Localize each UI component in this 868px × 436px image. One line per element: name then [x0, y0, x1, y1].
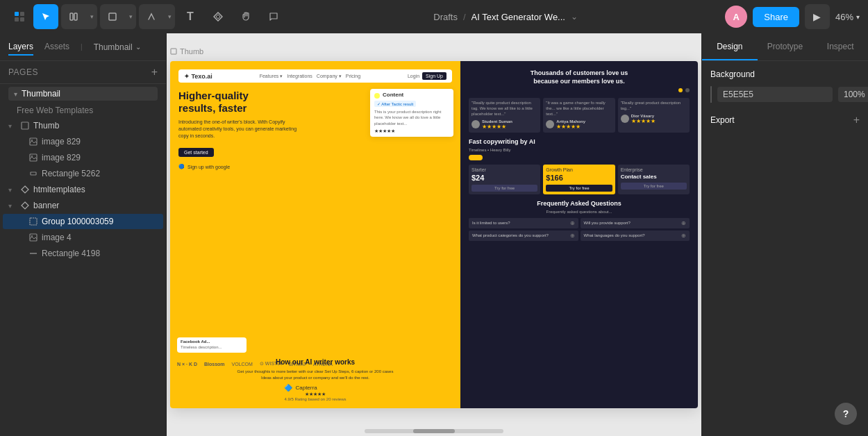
faq-section: Frequently Asked Questions Frequently as… [469, 200, 690, 241]
breadcrumb-drafts[interactable]: Drafts [433, 12, 458, 22]
faq-q2: Will you provide support? [584, 221, 631, 225]
pricing-growth-label: Growth Plan [546, 167, 612, 172]
nav-link-integrations: Integrations [287, 74, 312, 79]
facebook-card-title: Facebook Ad... [181, 339, 243, 344]
svg-rect-17 [171, 49, 176, 54]
testimonial-1-name: Student Suman [482, 119, 512, 124]
layer-group[interactable]: Group 1000003059 [3, 214, 163, 229]
page-item-free-templates[interactable]: Free Web Templates [0, 103, 166, 117]
layer-image-4-label: image 4 [42, 233, 72, 242]
background-label: Background [710, 69, 755, 79]
hand-tool-button[interactable] [233, 4, 258, 29]
breadcrumb-current[interactable]: AI Text Generator We... [471, 12, 565, 22]
pen-tool-chevron[interactable]: ▾ [164, 4, 175, 29]
frame-tool-button[interactable] [61, 4, 86, 29]
layer-image-829-1[interactable]: image 829 [3, 134, 163, 149]
nav-link-pricing: Pricing [346, 74, 360, 79]
zoom-label: 46% [835, 12, 853, 22]
shape-tool-button[interactable] [100, 4, 125, 29]
layer-rect-5262[interactable]: Rectangle 5262 [3, 166, 163, 181]
pricing-growth-cta: Try for free [546, 185, 612, 192]
page-expand-icon: ▾ [14, 90, 17, 98]
text-tool-button[interactable]: T [178, 4, 203, 29]
svg-rect-6 [109, 13, 116, 20]
fill-opacity-input[interactable] [838, 87, 868, 102]
assets-tab[interactable]: Assets [44, 39, 69, 56]
toolbar-left: ▾ ▾ ▾ T [8, 4, 286, 29]
frame-tool-chevron[interactable]: ▾ [86, 4, 97, 29]
add-page-button[interactable]: + [151, 67, 158, 78]
breadcrumb: Drafts / AI Text Generator We... ⌄ [433, 12, 578, 22]
layer-thumb[interactable]: ▾ Thumb [3, 118, 163, 133]
layer-htmltemplates[interactable]: ▾ htmltemplates [3, 182, 163, 197]
fill-swatch[interactable] [710, 86, 712, 103]
inspect-tab[interactable]: Inspect [812, 33, 868, 60]
hero-cta-btn: Get started [178, 148, 214, 157]
share-button[interactable]: Share [753, 7, 799, 27]
faq-grid: Is it limited to users? ⊕ Will you provi… [469, 218, 690, 241]
thumbnail-tab-label: Thumbnail [94, 42, 133, 52]
export-add-button[interactable]: + [853, 114, 860, 126]
select-tool-button[interactable] [33, 4, 58, 29]
layer-banner[interactable]: ▾ banner [3, 198, 163, 213]
frame-label: Thumb [170, 47, 203, 56]
canvas-area[interactable]: Thumb ✦ Texo.ai Features ▾ Integrations … [167, 33, 701, 436]
project-chevron-icon[interactable]: ⌄ [571, 12, 578, 22]
capterra-reviews: 4.9/5 Rating based on 20 reviews [284, 397, 346, 401]
site-right-section: Thousands of customers love usbecause ou… [460, 61, 698, 408]
rect-icon [29, 169, 37, 178]
group-icon [29, 217, 37, 226]
pricing-growth-price: $166 [546, 174, 612, 182]
canvas-scrollbar[interactable] [365, 429, 503, 433]
layer-banner-expand: ▾ [8, 202, 17, 210]
left-panel: Layers Assets | Thumbnail ⌄ Pages + ▾ Th… [0, 33, 167, 436]
faq-item-3: What product categories do you support? … [469, 230, 578, 241]
thumbnail-panel-tab[interactable]: Thumbnail ⌄ [94, 42, 141, 52]
right-panel: Design Prototype Inspect Background [701, 33, 868, 436]
play-button[interactable]: ▶ [805, 4, 830, 29]
component-tool-button[interactable] [206, 4, 231, 29]
zoom-control[interactable]: 46% ▾ [835, 12, 860, 22]
zoom-chevron-icon: ▾ [856, 13, 860, 21]
thumbnail-chevron-icon: ⌄ [135, 43, 141, 51]
faq-q3-icon: ⊕ [570, 233, 575, 239]
layer-image-829-2[interactable]: image 829 [3, 150, 163, 165]
svg-rect-5 [74, 13, 77, 20]
toolbar: ▾ ▾ ▾ T [0, 0, 868, 33]
main-area: Layers Assets | Thumbnail ⌄ Pages + ▾ Th… [0, 33, 868, 436]
fill-hex-input[interactable] [717, 87, 833, 102]
layer-rect-4198-label: Rectangle 4198 [42, 249, 100, 258]
background-section-header: Background [710, 69, 860, 79]
card-title: Content [383, 92, 403, 98]
pricing-starter-cta: Try for free [471, 185, 537, 192]
capterra-label: Capterra [295, 385, 317, 391]
canvas-scrollbar-thumb [413, 429, 455, 433]
faq-q3: What product categories do you support? [472, 233, 549, 237]
layer-image-4[interactable]: image 4 [3, 230, 163, 245]
layers-tab[interactable]: Layers [8, 39, 33, 56]
pen-tool-button[interactable] [139, 4, 164, 29]
avatar[interactable]: A [725, 6, 747, 28]
layer-thumb-label: Thumb [33, 121, 59, 131]
layer-htmltemplates-label: htmltemplates [33, 185, 85, 194]
layers-list: ▾ Thumb image 829 image 829 Rectangle 5 [0, 117, 166, 436]
layer-group-label: Group 1000003059 [42, 217, 113, 226]
facebook-card: Facebook Ad... Timeless description... [177, 337, 247, 353]
app-menu-button[interactable] [8, 6, 31, 28]
comment-tool-button[interactable] [261, 4, 286, 29]
faq-item-4: What languages do you support? ⊕ [581, 230, 690, 241]
facebook-card-body: Timeless description... [181, 345, 243, 351]
layer-rect-4198[interactable]: Rectangle 4198 [3, 246, 163, 261]
design-tab[interactable]: Design [702, 33, 758, 60]
faq-q4-icon: ⊕ [681, 233, 686, 239]
play-icon: ▶ [813, 11, 821, 22]
prototype-tab[interactable]: Prototype [758, 33, 813, 60]
faq-q1: Is it limited to users? [472, 221, 510, 225]
nav-link-login: Login [408, 74, 419, 78]
help-button[interactable]: ? [835, 403, 857, 425]
pages-label: Pages [8, 67, 38, 77]
image-icon-3 [29, 233, 37, 242]
component-icon [21, 185, 29, 194]
page-item-thumbnail[interactable]: ▾ Thumbnail [0, 84, 166, 103]
shape-tool-chevron[interactable]: ▾ [125, 4, 136, 29]
